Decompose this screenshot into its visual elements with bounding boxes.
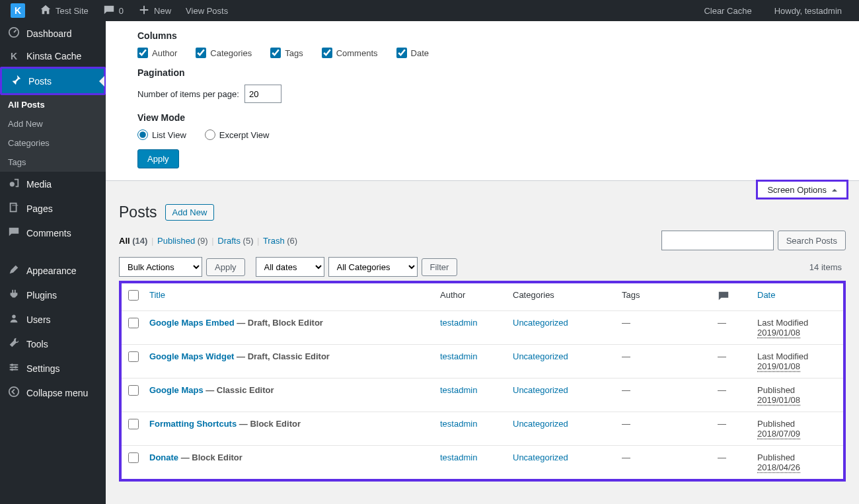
row-checkbox[interactable] [128, 385, 139, 396]
row-checkbox[interactable] [128, 318, 139, 328]
menu-kinsta-cache[interactable]: K Kinsta Cache [0, 46, 106, 67]
author-link[interactable]: testadmin [440, 351, 477, 361]
col-date-toggle[interactable]: Date [396, 48, 429, 58]
category-link[interactable]: Uncategorized [513, 452, 568, 462]
tools-icon [8, 337, 20, 351]
comments-cell: — [718, 419, 726, 429]
add-new-button[interactable]: Add New [165, 204, 215, 221]
submenu-tags[interactable]: Tags [0, 153, 106, 172]
menu-collapse[interactable]: Collapse menu [0, 380, 106, 405]
list-view-radio[interactable]: List View [137, 129, 186, 140]
menu-settings[interactable]: Settings [0, 356, 106, 380]
comments-count: 0 [119, 6, 124, 16]
filter-published[interactable]: Published (9) [157, 236, 208, 246]
per-page-label: Number of items per page: [137, 89, 239, 99]
menu-tools[interactable]: Tools [0, 332, 106, 356]
search-input[interactable] [661, 231, 774, 250]
filter-trash[interactable]: Trash (6) [263, 236, 297, 246]
date-filter-select[interactable]: All dates [256, 257, 324, 277]
users-icon [8, 312, 20, 326]
search-button[interactable]: Search Posts [778, 231, 846, 250]
menu-users[interactable]: Users [0, 307, 106, 332]
filter-drafts[interactable]: Drafts (5) [217, 236, 253, 246]
comments-cell: — [718, 452, 726, 462]
row-checkbox[interactable] [128, 452, 139, 463]
svg-point-9 [15, 366, 17, 369]
category-filter-select[interactable]: All Categories [328, 257, 418, 277]
post-state: — Block Editor [237, 419, 301, 429]
columns-heading: Columns [137, 30, 846, 41]
svg-rect-2 [11, 203, 17, 212]
post-title-link[interactable]: Donate [149, 452, 178, 462]
tags-cell: — [622, 385, 630, 395]
th-comments[interactable] [711, 283, 751, 311]
select-all-checkbox[interactable] [128, 290, 139, 301]
row-checkbox[interactable] [128, 351, 139, 362]
posts-table: Title Author Categories Tags Date Google… [122, 283, 843, 479]
menu-appearance[interactable]: Appearance [0, 258, 106, 283]
table-row: Google Maps Embed — Draft, Block Editort… [122, 311, 843, 345]
howdy-account[interactable]: Howdy, testadmin [769, 6, 847, 16]
comments-link[interactable]: 0 [98, 4, 129, 18]
post-title-link[interactable]: Google Maps Widget [149, 351, 234, 361]
post-title-link[interactable]: Google Maps Embed [149, 318, 235, 328]
site-name: Test Site [56, 6, 89, 16]
per-page-input[interactable] [244, 85, 281, 103]
comment-bubble-icon [718, 290, 729, 302]
post-state: — Block Editor [178, 452, 243, 462]
author-link[interactable]: testadmin [440, 318, 477, 328]
col-author-toggle[interactable]: Author [137, 48, 177, 58]
dashboard-icon [8, 26, 20, 40]
menu-media[interactable]: Media [0, 172, 106, 196]
col-tags-toggle[interactable]: Tags [270, 48, 303, 58]
kinsta-logo[interactable]: K [5, 3, 30, 18]
author-link[interactable]: testadmin [440, 419, 477, 429]
view-posts-link[interactable]: View Posts [180, 6, 233, 16]
post-title-link[interactable]: Formatting Shortcuts [149, 419, 237, 429]
menu-plugins[interactable]: Plugins [0, 283, 106, 307]
clear-cache-link[interactable]: Clear Cache [698, 6, 757, 16]
author-link[interactable]: testadmin [440, 452, 477, 462]
post-state: — Draft, Classic Editor [234, 351, 329, 361]
date-cell: Published2019/01/08 [751, 378, 843, 412]
category-link[interactable]: Uncategorized [513, 318, 568, 328]
menu-comments[interactable]: Comments [0, 221, 106, 245]
filter-button[interactable]: Filter [422, 258, 458, 276]
screen-options-apply-button[interactable]: Apply [137, 149, 179, 168]
site-link[interactable]: Test Site [34, 4, 94, 18]
col-comments-toggle[interactable]: Comments [322, 48, 378, 58]
post-title-link[interactable]: Google Maps [149, 385, 204, 395]
settings-icon [8, 361, 20, 375]
category-link[interactable]: Uncategorized [513, 385, 568, 395]
date-cell: Published2018/04/26 [751, 446, 843, 480]
kinsta-icon: K [8, 51, 20, 61]
page-title: Posts [119, 203, 157, 221]
category-link[interactable]: Uncategorized [513, 419, 568, 429]
menu-posts[interactable]: Posts [2, 69, 104, 93]
table-row: Formatting Shortcuts — Block Editortesta… [122, 412, 843, 446]
menu-dashboard[interactable]: Dashboard [0, 21, 106, 46]
author-link[interactable]: testadmin [440, 385, 477, 395]
filter-all[interactable]: All (14) [119, 236, 147, 246]
submenu-categories[interactable]: Categories [0, 133, 106, 153]
tags-cell: — [622, 452, 630, 462]
svg-point-4 [12, 315, 15, 318]
category-link[interactable]: Uncategorized [513, 351, 568, 361]
new-link[interactable]: New [133, 4, 176, 18]
plus-icon [138, 4, 150, 18]
table-row: Google Maps Widget — Draft, Classic Edit… [122, 345, 843, 378]
col-categories-toggle[interactable]: Categories [196, 48, 252, 58]
comment-icon [103, 4, 115, 18]
th-date[interactable]: Date [757, 290, 775, 300]
th-title[interactable]: Title [149, 290, 165, 300]
bulk-actions-select[interactable]: Bulk Actions [119, 257, 202, 277]
excerpt-view-radio[interactable]: Excerpt View [205, 129, 270, 140]
view-posts-label: View Posts [186, 6, 228, 16]
menu-pages[interactable]: Pages [0, 196, 106, 221]
row-checkbox[interactable] [128, 419, 139, 429]
submenu-all-posts[interactable]: All Posts [0, 95, 106, 114]
submenu-add-new[interactable]: Add New [0, 114, 106, 133]
appearance-icon [8, 264, 20, 277]
screen-options-tab[interactable]: Screen Options [757, 181, 847, 198]
bulk-apply-button[interactable]: Apply [206, 258, 245, 276]
